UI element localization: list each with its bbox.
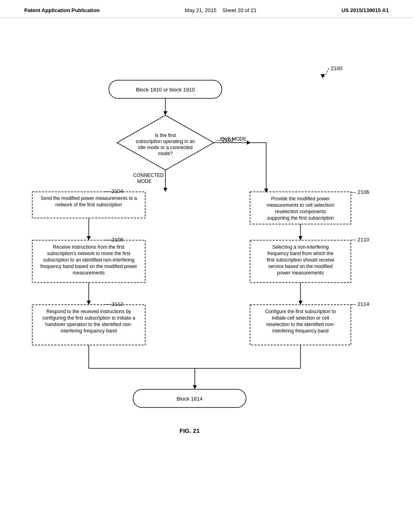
decision-text-line3: idle mode or a connected [138,145,193,150]
box-2112-text4: interfering frequency band [60,328,117,334]
header-right: US 2015/139015 A1 [342,7,389,13]
connected-mode-label: CONNECTED [133,172,164,178]
box-2104-text2: network of the first subscription [55,202,122,208]
box-2108-text5: measurements [73,270,104,276]
connected-mode-label2: MODE [137,179,152,184]
box-2112-text1: Respond to the received instructions by [46,309,131,314]
svg-marker-0 [321,74,325,78]
end-block-text: Block 1814 [177,396,202,402]
box-2106-text4: supporting the first subscription [267,215,334,221]
diagram-area: 2100 Block 1810 or block 1910 Is the fir… [0,18,413,501]
svg-marker-9 [193,385,197,389]
svg-marker-3 [247,141,251,145]
box-2114-text3: reselection to the identified non- [266,322,335,327]
label-2108: — 2108 [105,237,123,243]
flowchart-svg: 2100 Block 1810 or block 1910 Is the fir… [0,18,413,501]
box-2110-text1: Selecting a non-interfering [272,244,329,250]
box-2112-text2: configuring the first subscription to in… [42,315,135,321]
box-2110-text5: power measurements [277,270,323,276]
box-2108-text1: Receive instructions from the first [53,244,125,250]
box-2106-text1: Provide the modified power [271,196,330,202]
svg-marker-6 [298,236,302,240]
label-2100: 2100 [331,65,342,71]
box-2110-text4: service based on the modified [268,264,332,269]
header-left: Patent Application Publication [24,7,100,13]
box-2110-text2: frequency band from which the [267,251,334,256]
header-center: May 21, 2015 Sheet 20 of 21 [185,7,257,13]
label-2104: — 2104 [105,188,123,194]
svg-marker-2 [163,188,167,192]
box-2112-text3: handover operation to the identified non… [45,322,132,327]
svg-marker-5 [87,236,91,240]
decision-text-line4: mode? [158,151,173,156]
svg-marker-1 [163,111,167,115]
decision-text-line1: Is the first [155,133,176,138]
decision-text-line2: subscription operating in an [136,139,195,144]
box-2114-text4: interfering frequency band [272,328,328,334]
box-2106-text3: reselection components [275,209,326,214]
start-block-text: Block 1810 or block 1910 [136,87,195,93]
svg-marker-8 [298,301,302,305]
svg-marker-7 [87,301,91,305]
box-2108-text2: subscription's network to move the first [47,251,131,256]
idle-mode-label: IDLE MODE [220,136,246,142]
box-2114-text1: Configure the first subscription to [265,309,336,314]
figure-label: FIG. 21 [179,427,200,434]
page-header: Patent Application Publication May 21, 2… [0,0,413,18]
box-2108-text3: subscription to an identified non-interf… [43,257,134,263]
box-2114-text2: initiate cell selection or cell [272,315,329,321]
box-2110-text3: first subscription should receive [267,257,334,263]
label-2110: — 2110 [351,237,369,243]
box-2104-text1: Send the modified power measurements to … [41,195,137,201]
label-2106: — 2106 [351,189,369,195]
label-2112: — 2112 [105,301,123,307]
label-2114: — 2114 [351,301,369,307]
box-2108-text4: frequency band based on the modified pow… [40,264,137,269]
box-2106-text2: measurements to cell selection/ [267,202,335,208]
